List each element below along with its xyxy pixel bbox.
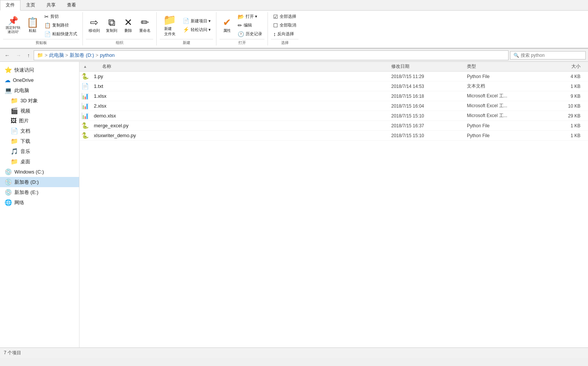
file-row[interactable]: 📄 1.txt 2018/7/14 14:53 文本文档 1 KB [79, 81, 588, 91]
new-item-icon: 📄 [183, 18, 189, 24]
sidebar-item-downloads[interactable]: 📁 下载 [0, 136, 79, 146]
search-input[interactable] [521, 53, 577, 58]
file-row[interactable]: 📊 2.xlsx 2018/7/15 16:04 Microsoft Excel… [79, 101, 588, 111]
music-icon: 🎵 [11, 148, 18, 155]
cut-icon: ✂ [44, 14, 49, 20]
open-label: 打开 [219, 39, 264, 45]
address-bar: ← → ↑ 📁 > 此电脑 > 新加卷 (D:) > python 🔍 [0, 49, 588, 62]
file-icon: 📊 [81, 112, 89, 119]
path-pc-label[interactable]: 此电脑 [49, 52, 64, 59]
sort-toggle[interactable]: ▲ [79, 64, 91, 69]
tab-view[interactable]: 查看 [61, 0, 82, 10]
path-d[interactable]: 新加卷 (D:) [70, 52, 94, 59]
new-item-button[interactable]: 📄 新建项目 ▾ [180, 17, 213, 25]
file-icon-cell: 📊 [79, 102, 91, 109]
file-icon: 🐍 [81, 132, 89, 139]
rename-button[interactable]: ✏ 重命名 [137, 16, 153, 35]
deselect-all-button[interactable]: ☐ 全部取消 [271, 21, 299, 30]
tab-file[interactable]: 文件 [0, 0, 20, 11]
ribbon-tabs: 文件 主页 共享 查看 [0, 0, 588, 11]
sidebar-item-new-volume-e[interactable]: 💿 新加卷 (E:) [0, 187, 79, 197]
path-pc[interactable]: 📁 [37, 52, 43, 58]
file-type: Python File [467, 133, 550, 138]
col-date-header[interactable]: 修改日期 [391, 63, 467, 70]
sidebar-item-quick-access[interactable]: ⭐ 快速访问 [0, 65, 79, 75]
easy-access-icon: ⚡ [183, 27, 189, 33]
ribbon-group-select: ☑ 全部选择 ☐ 全部取消 ↕ 反向选择 选择 [268, 12, 302, 45]
file-name: 1.py [91, 74, 391, 79]
forward-button[interactable]: → [14, 51, 23, 59]
invert-select-button[interactable]: ↕ 反向选择 [271, 30, 299, 38]
file-name: 2.xlsx [91, 103, 391, 109]
sidebar-item-new-volume-d[interactable]: 💿 新加卷 (D:) [0, 177, 79, 187]
col-name-header[interactable]: 名称 [91, 63, 391, 70]
file-size: 1 KB [550, 123, 588, 128]
file-name: merge_excel.py [91, 123, 391, 128]
sidebar-item-windows-c[interactable]: 💿 Windows (C:) [0, 167, 79, 177]
tab-home[interactable]: 主页 [20, 0, 41, 10]
documents-icon: 📄 [11, 127, 18, 135]
properties-button[interactable]: ✔ 属性 [219, 16, 235, 35]
pin-icon: 📌 [8, 17, 18, 25]
file-row[interactable]: 🐍 xlsxwriter_demo.py 2018/7/15 15:10 Pyt… [79, 131, 588, 141]
this-pc-icon: 💻 [5, 87, 12, 94]
file-name: xlsxwriter_demo.py [91, 133, 391, 138]
search-box[interactable]: 🔍 [510, 51, 586, 59]
sidebar-item-pictures[interactable]: 🖼 图片 [0, 116, 79, 126]
col-type-header[interactable]: 类型 [467, 63, 550, 70]
sidebar-item-3d[interactable]: 📁 3D 对象 [0, 95, 79, 106]
paste-shortcut-button[interactable]: 📄 粘贴快捷方式 [42, 30, 79, 38]
open-button[interactable]: 📂 打开 ▾ [235, 13, 264, 21]
file-size: 10 KB [550, 103, 588, 109]
pictures-icon: 🖼 [11, 117, 17, 124]
file-date: 2018/7/15 11:29 [391, 74, 467, 79]
file-size: 1 KB [550, 84, 588, 89]
up-button[interactable]: ↑ [25, 51, 32, 59]
delete-button[interactable]: ✕ 删除 [121, 16, 136, 35]
new-label: 新建 [160, 39, 213, 45]
file-icon: 🐍 [81, 73, 89, 80]
select-all-button[interactable]: ☑ 全部选择 [271, 13, 299, 21]
file-row[interactable]: 📊 demo.xlsx 2018/7/15 15:10 Microsoft Ex… [79, 111, 588, 121]
sidebar-item-this-pc[interactable]: 💻 此电脑 [0, 85, 79, 95]
file-size: 29 KB [550, 113, 588, 119]
cut-button[interactable]: ✂ 剪切 [42, 13, 79, 21]
paste-shortcut-icon: 📄 [44, 31, 51, 37]
file-row[interactable]: 📊 1.xlsx 2018/7/15 16:18 Microsoft Excel… [79, 91, 588, 101]
file-icon: 📊 [81, 102, 89, 109]
file-name: demo.xlsx [91, 113, 391, 119]
tab-share[interactable]: 共享 [41, 0, 61, 10]
sidebar-item-music[interactable]: 🎵 音乐 [0, 146, 79, 156]
col-size-header[interactable]: 大小 [550, 63, 588, 70]
sidebar-item-onedrive[interactable]: ☁ OneDrive [0, 75, 79, 85]
easy-access-button[interactable]: ⚡ 轻松访问 ▾ [180, 25, 213, 34]
paste-button[interactable]: 📋 粘贴 [24, 16, 41, 35]
new-folder-button[interactable]: 📁 新建文件夹 [160, 12, 180, 38]
3d-icon: 📁 [11, 97, 18, 104]
move-to-button[interactable]: ⇨ 移动到 [86, 16, 103, 35]
sidebar-item-documents[interactable]: 📄 文档 [0, 126, 79, 136]
file-icon: 📄 [81, 83, 89, 90]
back-button[interactable]: ← [2, 51, 12, 59]
properties-icon: ✔ [223, 17, 231, 27]
sidebar-item-desktop[interactable]: 📁 桌面 [0, 156, 79, 167]
path-python[interactable]: python [100, 52, 115, 58]
volume-e-icon: 💿 [5, 189, 12, 196]
pin-button[interactable]: 📌 固定到"快速访问" [3, 15, 23, 36]
history-button[interactable]: 🕐 历史记录 [235, 30, 264, 38]
sidebar-item-video[interactable]: 🎬 视频 [0, 106, 79, 116]
ribbon-group-new: 📁 新建文件夹 📄 新建项目 ▾ ⚡ 轻松访问 ▾ 新建 [157, 12, 216, 45]
file-icon-cell: 🐍 [79, 73, 91, 80]
copy-button[interactable]: 📋 复制路径 [42, 21, 79, 30]
sidebar-item-network[interactable]: 🌐 网络 [0, 197, 79, 208]
file-icon-cell: 📄 [79, 83, 91, 90]
move-icon: ⇨ [90, 17, 98, 27]
file-row[interactable]: 🐍 merge_excel.py 2018/7/15 16:37 Python … [79, 121, 588, 131]
windows-c-icon: 💿 [5, 168, 12, 175]
file-type: Microsoft Excel 工... [467, 93, 550, 99]
edit-button[interactable]: ✏ 编辑 [235, 21, 264, 30]
ribbon: 文件 主页 共享 查看 📌 固定到"快速访问" 📋 粘贴 [0, 0, 588, 49]
file-row[interactable]: 🐍 1.py 2018/7/15 11:29 Python File 4 KB [79, 72, 588, 81]
copy-to-button[interactable]: ⧉ 复制到 [103, 16, 120, 35]
address-path[interactable]: 📁 > 此电脑 > 新加卷 (D:) > python [34, 50, 509, 60]
